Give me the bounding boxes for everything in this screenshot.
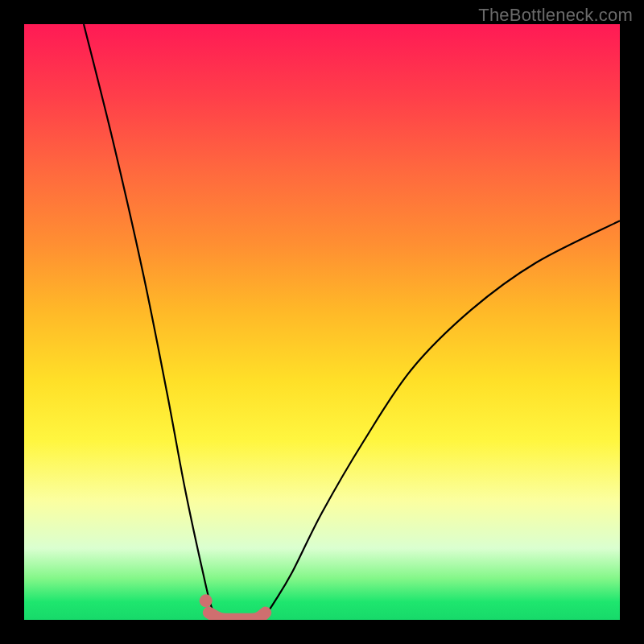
series-dot-marker	[200, 594, 213, 607]
line-right-branch	[262, 221, 620, 620]
curve-layer	[24, 24, 620, 620]
chart-frame: TheBottleneck.com	[0, 0, 644, 644]
point-dot-marker	[200, 594, 213, 607]
series-left-branch	[84, 24, 221, 620]
series-flat-bottom-marker	[208, 613, 265, 619]
line-left-branch	[84, 24, 221, 620]
series-right-branch	[262, 221, 620, 620]
plot-area	[24, 24, 620, 620]
line-flat-bottom-marker	[208, 613, 265, 619]
watermark-text: TheBottleneck.com	[478, 5, 633, 26]
